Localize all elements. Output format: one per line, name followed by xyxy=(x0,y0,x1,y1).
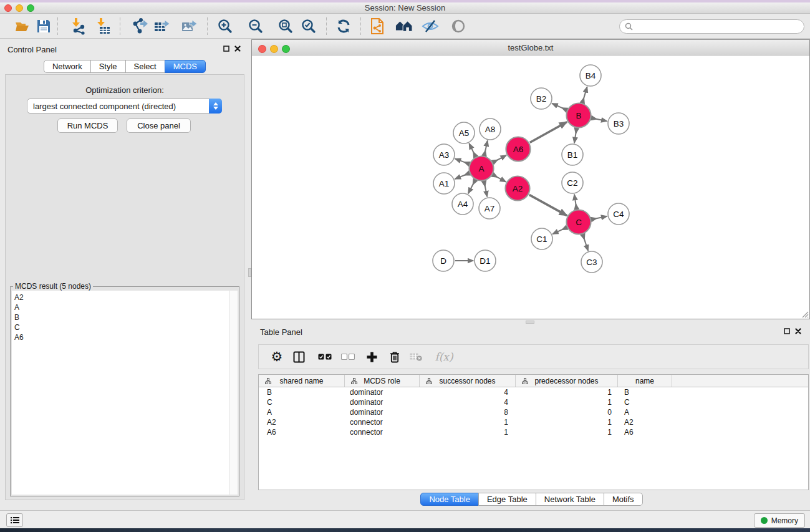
graph-node-B1[interactable]: B1 xyxy=(562,144,583,165)
run-mcds-button[interactable]: Run MCDS xyxy=(57,118,118,133)
cell[interactable]: 4 xyxy=(420,397,516,407)
graph-node-B2[interactable]: B2 xyxy=(531,88,552,109)
graph-node-A6[interactable]: A6 xyxy=(506,137,531,162)
export-network-button[interactable] xyxy=(131,17,148,35)
edge-A-A1[interactable] xyxy=(455,173,469,179)
zoom-in-button[interactable] xyxy=(216,17,234,35)
save-session-button[interactable] xyxy=(35,17,52,35)
table-row-a2[interactable]: A2connector11A2 xyxy=(259,417,808,427)
cell[interactable]: A2 xyxy=(618,417,672,427)
cell[interactable]: 1 xyxy=(516,387,618,397)
cell[interactable]: 8 xyxy=(420,407,516,417)
edge-A-A7[interactable] xyxy=(484,181,487,196)
tab-select[interactable]: Select xyxy=(125,60,165,73)
edge-A-A8[interactable] xyxy=(485,141,488,155)
duplicate-network-button[interactable] xyxy=(369,17,386,35)
import-network-button[interactable] xyxy=(70,17,87,35)
cell[interactable]: C xyxy=(618,397,672,407)
table-row-b[interactable]: Bdominator41B xyxy=(259,387,808,397)
export-table-button[interactable] xyxy=(153,17,171,35)
edge-C-C3[interactable] xyxy=(583,235,588,251)
delete-table-button[interactable] xyxy=(407,345,425,369)
cell[interactable]: 1 xyxy=(420,427,516,437)
table-tab-node-table[interactable]: Node Table xyxy=(420,493,479,506)
edge-C-C1[interactable] xyxy=(552,228,566,234)
cell[interactable]: 0 xyxy=(516,407,618,417)
graph-node-C1[interactable]: C1 xyxy=(531,228,552,249)
table-tab-motifs[interactable]: Motifs xyxy=(604,493,643,506)
criterion-dropdown[interactable]: largest connected component (directed) xyxy=(27,99,222,114)
edge-A-A5[interactable] xyxy=(469,143,475,157)
tab-network[interactable]: Network xyxy=(44,60,91,73)
column-header-shared-name[interactable]: shared name xyxy=(259,375,345,387)
zoom-out-button[interactable] xyxy=(247,17,264,35)
hide-graphics-details-button[interactable] xyxy=(422,17,439,35)
edge-B-B3[interactable] xyxy=(592,118,607,121)
edge-A-A4[interactable] xyxy=(468,180,475,193)
graph-node-C4[interactable]: C4 xyxy=(608,203,629,225)
delete-column-button[interactable] xyxy=(385,345,404,369)
close-panel-icon[interactable] xyxy=(234,46,241,52)
edge-A6-B[interactable] xyxy=(530,122,567,142)
graph-node-C2[interactable]: C2 xyxy=(562,172,583,193)
apply-layout-button[interactable] xyxy=(335,17,352,35)
edge-A2-C[interactable] xyxy=(529,195,567,215)
cell[interactable]: 1 xyxy=(420,417,516,427)
edge-B-B1[interactable] xyxy=(574,128,577,143)
result-item-a2[interactable]: A2 xyxy=(14,293,238,302)
maximize-network-button[interactable] xyxy=(282,45,290,53)
table-row-a6[interactable]: A6connector11A6 xyxy=(259,427,808,437)
edge-A-A6[interactable] xyxy=(493,155,506,162)
cell[interactable]: dominator xyxy=(345,397,420,407)
graph-node-D[interactable]: D xyxy=(433,250,454,271)
task-history-button[interactable] xyxy=(6,513,23,527)
apply-function-button[interactable]: f(x) xyxy=(431,345,457,369)
result-item-b[interactable]: B xyxy=(14,312,238,322)
tab-style[interactable]: Style xyxy=(90,60,126,73)
horizontal-splitter-handle[interactable] xyxy=(526,321,534,324)
zoom-selected-button[interactable] xyxy=(300,17,317,35)
edge-A-A2[interactable] xyxy=(493,175,506,181)
float-panel-icon[interactable] xyxy=(223,46,229,52)
zoom-window-button[interactable] xyxy=(27,4,34,12)
graph-node-B4[interactable]: B4 xyxy=(580,65,601,86)
import-table-button[interactable] xyxy=(95,17,112,35)
graph-node-C[interactable]: C xyxy=(567,210,591,235)
graph-node-D1[interactable]: D1 xyxy=(475,250,496,271)
edge-B-B4[interactable] xyxy=(582,87,587,102)
result-item-a[interactable]: A xyxy=(14,302,238,312)
graph-node-A[interactable]: A xyxy=(470,157,494,181)
result-item-c[interactable]: C xyxy=(14,322,238,332)
select-all-button[interactable] xyxy=(316,345,334,369)
cell[interactable]: A xyxy=(259,407,345,417)
cell[interactable]: A xyxy=(618,407,672,417)
overview-button[interactable] xyxy=(395,17,413,35)
graph-node-A8[interactable]: A8 xyxy=(480,118,501,140)
table-row-c[interactable]: Cdominator41C xyxy=(259,397,808,407)
cell[interactable]: B xyxy=(618,387,672,397)
close-window-button[interactable] xyxy=(4,4,12,12)
edge-A-A3[interactable] xyxy=(455,159,469,164)
column-header-MCDS-role[interactable]: MCDS role xyxy=(345,375,420,387)
edge-B-B2[interactable] xyxy=(552,104,566,110)
open-session-button[interactable] xyxy=(14,17,31,35)
zoom-fit-button[interactable] xyxy=(277,17,294,35)
cell[interactable]: connector xyxy=(345,427,420,437)
table-tab-edge-table[interactable]: Edge Table xyxy=(478,493,536,506)
cell[interactable]: 1 xyxy=(516,417,618,427)
cell[interactable]: dominator xyxy=(345,407,420,417)
cell[interactable]: A6 xyxy=(259,427,345,437)
graph-node-A7[interactable]: A7 xyxy=(479,198,500,219)
graph-node-C3[interactable]: C3 xyxy=(581,251,602,273)
graph-node-B3[interactable]: B3 xyxy=(608,113,629,134)
memory-button[interactable]: Memory xyxy=(754,513,805,528)
close-panel-button[interactable]: Close panel xyxy=(127,118,191,133)
deselect-all-button[interactable] xyxy=(339,345,357,369)
cell[interactable]: A2 xyxy=(259,417,345,427)
cell[interactable]: connector xyxy=(345,417,420,427)
minimize-window-button[interactable] xyxy=(16,4,23,12)
table-tab-network-table[interactable]: Network Table xyxy=(536,493,604,506)
edge-C-C2[interactable] xyxy=(574,195,577,209)
graph-node-B[interactable]: B xyxy=(567,104,591,128)
cell[interactable]: A6 xyxy=(618,427,672,437)
